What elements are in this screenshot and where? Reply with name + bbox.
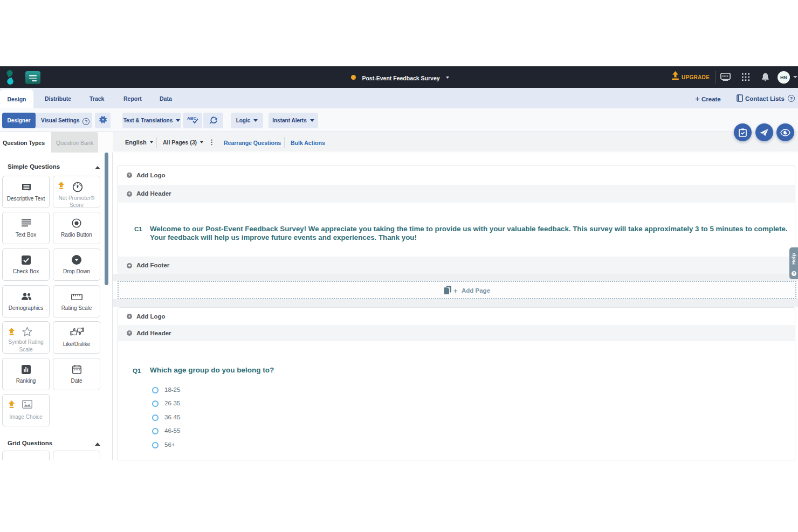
svg-text:ABC: ABC bbox=[187, 116, 197, 121]
